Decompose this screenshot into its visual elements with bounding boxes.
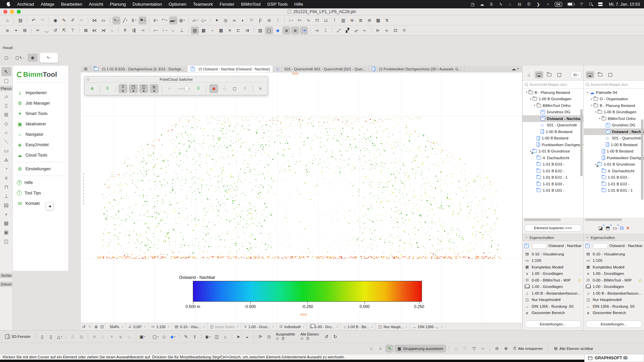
menu-item[interactable]: Dokumentation: [129, 2, 165, 7]
walk-mode-button[interactable]: ♙: [69, 333, 77, 341]
renovation-filter-select[interactable]: 1-00 B - Be...: [341, 323, 376, 330]
tree-item[interactable]: S01 - Querschnitt: [523, 122, 583, 129]
projection-button[interactable]: △: [56, 333, 64, 341]
measure-button[interactable]: ⋮: [274, 16, 282, 24]
skylight-tool[interactable]: ◇: [1, 119, 11, 128]
prop-layer-combination[interactable]: 0-10 - Visualierung: [523, 251, 583, 257]
suspend-groups-button[interactable]: ▦ Gruppierung aussetzen: [394, 345, 446, 353]
tree-item[interactable]: ▾ 1-00 B Grundlagen: [584, 109, 644, 116]
arrow-select-tool[interactable]: ↖: [1, 67, 11, 76]
dimension-standard-select[interactable]: DIN 1356 -...: [410, 323, 445, 330]
unlock-all-button[interactable]: Alle entsperren: [511, 347, 545, 351]
bimmtool-importieren[interactable]: ⤓ Importieren: [17, 87, 65, 98]
prop-main-model[interactable]: Nur Hauptmodell: [523, 297, 583, 303]
stair-tool[interactable]: ≡: [1, 173, 11, 182]
cut-button[interactable]: ✂: [34, 26, 42, 35]
tree-scrollbar[interactable]: [641, 119, 643, 200]
align-bottom-button[interactable]: ⊥: [178, 26, 186, 35]
palette-close-button[interactable]: [87, 78, 90, 81]
teamviewer-icon[interactable]: ⊟: [517, 2, 522, 7]
menu-item[interactable]: Hilfe: [291, 2, 307, 7]
render-button[interactable]: ◈: [117, 333, 125, 341]
prop-structure-display[interactable]: Komplettes Modell: [523, 264, 583, 270]
roof-tool[interactable]: ⟁: [1, 155, 11, 164]
shell-icon[interactable]: ❯: [536, 2, 540, 7]
properties-header[interactable]: Eigenschaften: [523, 234, 583, 241]
end-cap-button[interactable]: ⫤: [313, 26, 321, 35]
pen-set-button[interactable]: ⊜: [366, 16, 374, 24]
tree-item[interactable]: ▾ BIMmTool Ortho: [523, 102, 583, 109]
orientation-select[interactable]: 0,00°: [126, 323, 149, 330]
corner-button[interactable]: ⌐: [152, 26, 160, 35]
menu-item[interactable]: Ablage: [38, 2, 58, 7]
palette-button[interactable]: ◉: [115, 85, 115, 93]
house-view-button[interactable]: ⌂: [221, 333, 229, 341]
sun-button[interactable]: ✶: [108, 333, 116, 341]
schedule-button[interactable]: ▦: [374, 16, 382, 24]
graphic-override-select[interactable]: 1-00 - Gru...: [307, 323, 341, 330]
tree-chevron[interactable]: ▾: [586, 91, 590, 94]
align-tool-button[interactable]: [490, 346, 490, 352]
eject-button[interactable]: ⇪: [191, 333, 199, 341]
chamfer-button[interactable]: ⌵: [169, 26, 177, 35]
density-high-icon[interactable]: ⠿: [194, 84, 203, 93]
stair-down-button[interactable]: ⊔: [322, 16, 330, 24]
tree-h-scrollbar[interactable]: [585, 219, 622, 221]
add-folder-button[interactable]: ▭: [613, 225, 617, 231]
brush-button[interactable]: ✎: [182, 333, 190, 341]
tree-item[interactable]: 1-01 B E01 - 1: [584, 187, 644, 194]
dashed-region-button[interactable]: ▢: [230, 84, 239, 93]
delete-button[interactable]: ⊠: [82, 26, 90, 35]
pickup-parameters-button[interactable]: ✎: [60, 16, 68, 24]
view-id-field[interactable]: [532, 243, 547, 249]
mesh-button[interactable]: ▦: [217, 26, 225, 35]
tree-item[interactable]: 1-00 B Bestand: [584, 141, 644, 148]
ibeam-button[interactable]: ⌶: [322, 26, 330, 35]
bimmtool-tool-tips[interactable]: ! Tool Tips: [17, 188, 65, 198]
circle-tool[interactable]: ○: [287, 16, 295, 24]
object-tool[interactable]: ◍: [178, 16, 186, 24]
send-button[interactable]: ➤: [234, 333, 243, 341]
distribute-button[interactable]: ⇶: [130, 26, 138, 35]
tree-scrollbar[interactable]: [580, 109, 583, 176]
show-crop-toggle[interactable]: ◳◉: [129, 84, 138, 93]
app-icon-s[interactable]: S: [489, 2, 493, 7]
show-box-toggle[interactable]: ◫◉: [139, 84, 148, 93]
split-button[interactable]: ✄: [296, 16, 304, 24]
menu-item[interactable]: BIMmTool: [238, 2, 264, 7]
prop-structure-display[interactable]: Komplettes Modell: [584, 264, 644, 270]
view-map-button[interactable]: [586, 71, 594, 78]
subgroup-marquee-button[interactable]: ⧇: [376, 345, 384, 353]
find-select-button[interactable]: ◉: [51, 16, 59, 24]
pen-set-select[interactable]: 1-00 - Grun...: [241, 323, 277, 330]
column-tool[interactable]: ○: [1, 128, 11, 137]
edit-group-button[interactable]: ✎: [385, 345, 393, 353]
prop-renovation-filter[interactable]: 1-00 B - Bestandserfassun...: [584, 290, 644, 297]
rotate-button[interactable]: ↺: [51, 26, 59, 35]
teamwork-cloud-button[interactable]: ☁▾: [508, 66, 522, 72]
tree-item[interactable]: ▾ 1-01 B Grundrisse: [584, 161, 644, 168]
waves-button[interactable]: ≋: [348, 16, 356, 24]
menu-item[interactable]: Teamwork: [190, 2, 216, 7]
marquee-3d-button[interactable]: ⧈: [3, 26, 11, 35]
palette-button[interactable]: ◉: [100, 85, 100, 93]
marquee-view-button[interactable]: ▢: [152, 333, 160, 341]
zone-tool[interactable]: ▣: [1, 228, 11, 237]
tree-item[interactable]: 1-00 B Bestand: [584, 148, 644, 155]
bottom-toolbar-button[interactable]: [254, 334, 254, 340]
bottom-toolbar-button[interactable]: [66, 334, 66, 340]
all-layers-visible-button[interactable]: ▤ Alle Ebenen sichtbar: [551, 346, 596, 351]
photo-button[interactable]: ◉: [204, 333, 212, 341]
menu-item[interactable]: Fenster: [216, 2, 238, 7]
prop-pen-set[interactable]: 1-00 - Grundlagen: [584, 270, 644, 277]
view-map-button[interactable]: [535, 71, 543, 78]
wire-button[interactable]: ◇: [125, 333, 133, 341]
text-tool[interactable]: ⊺: [331, 16, 339, 24]
menu-item[interactable]: Optionen: [165, 2, 190, 7]
visibility-button[interactable]: ◐: [239, 16, 247, 24]
trim-left-button[interactable]: ⋉: [91, 26, 99, 35]
bimmtool-kontakt[interactable]: ✉ Kontakt: [17, 198, 65, 208]
tree-item[interactable]: ▸ O - Organisation: [584, 96, 644, 103]
keyboard-layout-badge[interactable]: DE: [555, 2, 562, 7]
tree-item[interactable]: 4. Dachaufsicht: [523, 155, 583, 161]
